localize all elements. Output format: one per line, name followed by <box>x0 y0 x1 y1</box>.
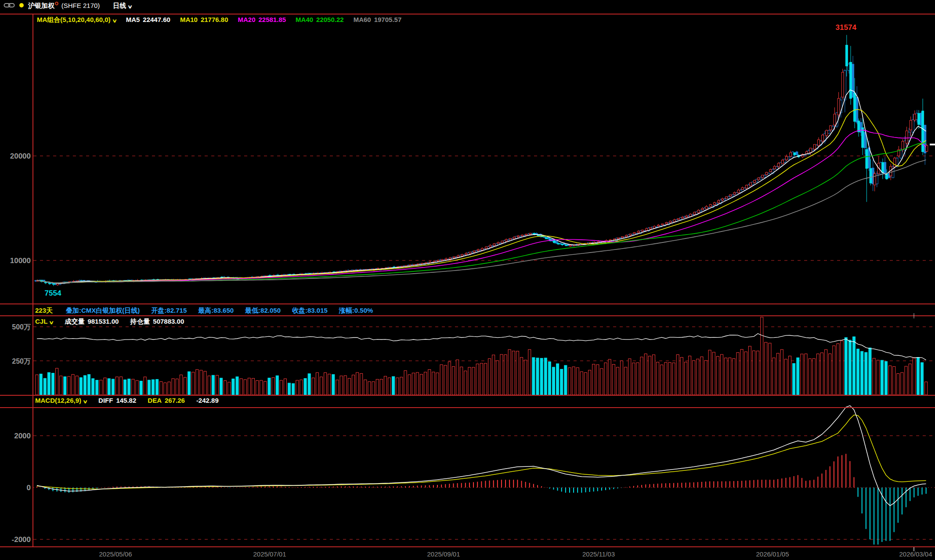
volume-bar <box>837 343 839 395</box>
candle-body <box>449 258 451 259</box>
volume-bar <box>729 358 731 395</box>
ma-dropdown[interactable]: MA组合(5,10,20,40,60,0)∨ <box>37 16 116 23</box>
axis-label: 2026/01/05 <box>756 550 789 558</box>
volume-bar <box>408 375 411 395</box>
volume-bar <box>440 365 443 395</box>
macd-dropdown[interactable]: MACD(12,26,9)∨ <box>35 397 87 404</box>
volume-bar <box>244 379 246 395</box>
volume-bar <box>272 378 274 395</box>
volume-bar <box>108 379 110 395</box>
candle-body <box>545 238 547 239</box>
volume-bar <box>640 357 643 395</box>
volume-bar <box>805 354 807 395</box>
volume-bar <box>825 350 827 395</box>
candle-body <box>745 185 747 188</box>
volume-bar <box>396 378 399 395</box>
overlay-series-label[interactable]: 叠加:CMX白银加权(日线) <box>66 307 140 314</box>
volume-bar <box>748 346 751 395</box>
volume-bar <box>60 376 62 395</box>
volume-bar <box>79 378 82 395</box>
candle-body <box>557 243 560 244</box>
candle-body <box>790 153 792 156</box>
candle-body <box>881 163 884 173</box>
period-selector[interactable]: 日线∨ <box>113 2 132 9</box>
volume-bar <box>372 382 375 395</box>
volume-bar <box>848 340 851 395</box>
volume-bar <box>877 360 879 395</box>
candle-body <box>830 126 832 130</box>
macd-diff-readout: DIFF145.82 <box>98 397 136 404</box>
volume-bar <box>400 377 403 395</box>
volume-bar <box>584 372 587 395</box>
overlay-candle-body <box>620 238 622 238</box>
volume-bar <box>404 371 407 395</box>
macd-layer <box>37 454 926 545</box>
link-icon[interactable] <box>4 2 15 8</box>
overlay-candle-body <box>724 199 726 200</box>
window-days-label: 223天 <box>35 307 53 314</box>
volume-bar <box>725 358 727 395</box>
candle-body <box>838 98 840 115</box>
candle-body <box>665 223 668 224</box>
volume-bar <box>516 351 519 395</box>
volume-bar <box>436 373 439 395</box>
volume-bar <box>368 382 371 395</box>
volume-bar <box>240 379 242 395</box>
candle-body <box>529 233 531 235</box>
volume-bar <box>608 359 611 395</box>
overlay-candle-body <box>556 241 558 243</box>
volume-bar <box>348 378 350 395</box>
candle-body <box>765 172 768 174</box>
candle-body <box>922 111 924 152</box>
overlay-open: 开盘:82.715 <box>151 307 187 314</box>
ma5-value: MA522447.60 <box>126 16 170 23</box>
volume-bar <box>148 380 150 395</box>
volume-bar <box>865 352 867 395</box>
volume-bar <box>736 353 739 395</box>
volume-bar <box>96 380 98 395</box>
volume-bar <box>424 372 427 395</box>
volume-bar <box>336 380 339 395</box>
symbol-name[interactable]: 沪银加权O <box>28 2 58 9</box>
volume-bar <box>188 372 191 395</box>
volume-bar <box>576 368 579 395</box>
volume-bar <box>364 380 367 395</box>
candle-body <box>493 244 495 246</box>
overlay-candle-body <box>868 148 870 168</box>
axis-label: 2025/05/06 <box>99 550 132 558</box>
volume-bar <box>821 353 823 395</box>
candle-body <box>625 235 628 237</box>
overlay-candle-body <box>764 175 766 177</box>
candle-body <box>637 231 639 232</box>
candle-body <box>713 202 715 204</box>
volume-bar <box>444 365 447 395</box>
candle-body <box>726 197 728 199</box>
volume-bar <box>236 377 238 395</box>
symbol-superscript: O <box>55 1 58 6</box>
volume-bar <box>845 337 847 395</box>
candle-body <box>501 241 503 243</box>
overlay-candle-body <box>491 246 494 246</box>
volume-bar <box>789 356 791 395</box>
volume-bar <box>636 363 639 395</box>
candle-body <box>445 259 447 260</box>
volume-layer <box>36 317 928 395</box>
volume-bar <box>152 379 154 395</box>
candle-body <box>794 153 796 155</box>
candle-body <box>561 244 563 245</box>
volume-bar <box>284 379 286 395</box>
candle-body <box>473 251 475 252</box>
candle-body <box>722 199 724 200</box>
candle-body <box>521 235 523 236</box>
volume-bar <box>68 376 70 395</box>
candle-body <box>645 229 647 231</box>
candles-layer <box>36 35 928 286</box>
volume-bar <box>536 358 539 395</box>
volume-bar <box>889 366 892 395</box>
candle-body <box>781 160 783 164</box>
chevron-down-icon: ∨ <box>112 18 117 23</box>
chart-canvas[interactable]: 2000010000500万250万20000-20002025/05/0620… <box>0 0 935 560</box>
volume-bar <box>252 378 254 395</box>
cjl-dropdown[interactable]: CJL∨ <box>35 318 53 325</box>
volume-bar <box>829 354 831 395</box>
